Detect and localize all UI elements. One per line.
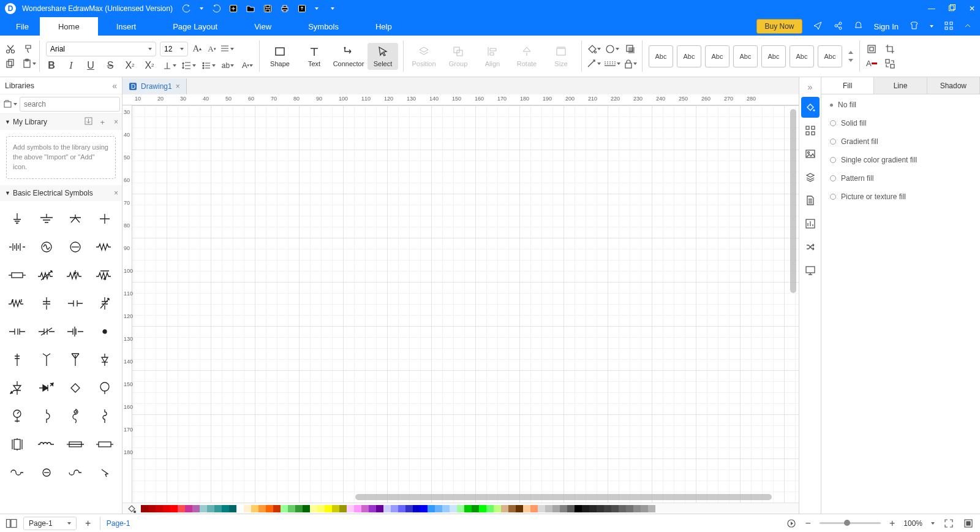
fill-opt-gradient[interactable]: Gradient fill <box>830 137 971 146</box>
symbol-partial4[interactable] <box>90 458 119 487</box>
symbol-dc-source[interactable] <box>61 233 91 261</box>
color-swatch[interactable] <box>303 505 310 512</box>
italic-icon[interactable]: I <box>66 60 77 71</box>
vtab-page[interactable] <box>801 190 820 211</box>
symbol-potentiometer[interactable] <box>90 261 119 289</box>
symbol-varresistor2[interactable] <box>61 261 91 289</box>
color-swatch[interactable] <box>501 505 508 512</box>
close-tab-icon[interactable]: × <box>176 82 180 91</box>
color-swatch[interactable] <box>545 505 552 512</box>
symbol-partial1[interactable] <box>2 458 32 487</box>
symbol-cap-var[interactable] <box>90 289 119 317</box>
color-swatch[interactable] <box>156 505 163 512</box>
library-search-input[interactable] <box>20 97 120 112</box>
symbol-antenna3[interactable] <box>61 346 91 374</box>
tab-view[interactable]: View <box>236 17 290 36</box>
symbol-cap-pol[interactable] <box>32 289 61 317</box>
symbol-capacitor[interactable] <box>61 289 91 317</box>
color-swatch[interactable] <box>464 505 472 512</box>
outline-icon[interactable] <box>606 44 617 55</box>
save-icon[interactable] <box>263 4 272 13</box>
color-swatch[interactable] <box>420 505 428 512</box>
color-swatch[interactable] <box>442 505 450 512</box>
color-swatch[interactable] <box>575 505 582 512</box>
color-swatch[interactable] <box>200 505 207 512</box>
color-swatch[interactable] <box>266 505 273 512</box>
color-swatch[interactable] <box>273 505 281 512</box>
font-size-select[interactable]: 12 <box>160 42 188 56</box>
symbol-coil[interactable] <box>90 402 119 430</box>
shadow-quick-icon[interactable] <box>625 44 636 55</box>
color-swatch[interactable] <box>398 505 405 512</box>
color-swatch[interactable] <box>508 505 516 512</box>
symbol-cap2[interactable] <box>2 317 32 346</box>
symbol-s-curve[interactable] <box>61 402 91 430</box>
cut-icon[interactable] <box>5 44 16 55</box>
color-swatch[interactable] <box>185 505 192 512</box>
fill-opt-no-fill[interactable]: No fill <box>830 101 971 109</box>
symbol-inductor-wave[interactable] <box>32 430 61 458</box>
color-swatch[interactable] <box>428 505 435 512</box>
zoom-more-icon[interactable] <box>931 522 935 525</box>
zoom-in-button[interactable]: + <box>889 518 895 529</box>
close-basic-elec-icon[interactable]: × <box>114 189 118 197</box>
color-swatch[interactable] <box>207 505 214 512</box>
color-swatch[interactable] <box>560 505 567 512</box>
my-library-header[interactable]: ▼My Library + × <box>0 114 122 130</box>
color-swatch[interactable] <box>435 505 442 512</box>
shape-style-2[interactable]: Abc <box>677 45 701 67</box>
tab-page-layout[interactable]: Page Layout <box>154 17 236 36</box>
font-color-icon[interactable]: A <box>242 60 253 71</box>
tab-insert[interactable]: Insert <box>98 17 155 36</box>
shape-style-3[interactable]: Abc <box>705 45 729 67</box>
symbol-varresistor1[interactable] <box>32 261 61 289</box>
lock-icon[interactable] <box>625 58 636 69</box>
color-swatch[interactable] <box>310 505 317 512</box>
copy-icon[interactable] <box>5 58 16 69</box>
color-swatch[interactable] <box>457 505 464 512</box>
color-swatch[interactable] <box>229 505 236 512</box>
canvas[interactable]: 3040506070809010011012013014015016017018… <box>123 105 799 503</box>
color-swatch[interactable] <box>178 505 185 512</box>
fill-opt-single-gradient[interactable]: Single color gradient fill <box>830 156 971 164</box>
color-swatch[interactable] <box>369 505 376 512</box>
color-swatch[interactable] <box>347 505 354 512</box>
color-swatch[interactable] <box>170 505 178 512</box>
shrink-font-icon[interactable]: A▾ <box>206 44 217 55</box>
color-swatch[interactable] <box>361 505 369 512</box>
collapse-library-icon[interactable]: « <box>112 81 117 91</box>
color-swatch[interactable] <box>376 505 383 512</box>
color-swatch[interactable] <box>538 505 545 512</box>
basic-electrical-header[interactable]: ▼Basic Electrical Symbols × <box>0 185 122 201</box>
line-spacing-icon[interactable] <box>183 60 194 71</box>
symbol-bulb[interactable] <box>90 374 119 402</box>
symbol-cap-mid[interactable] <box>61 317 91 346</box>
add-page-button[interactable]: + <box>83 518 94 529</box>
maximize-button[interactable] <box>949 4 956 13</box>
select-button[interactable]: Select <box>368 43 398 70</box>
sign-in-button[interactable]: Sign In <box>874 22 899 31</box>
color-swatch[interactable] <box>552 505 560 512</box>
color-swatch[interactable] <box>325 505 332 512</box>
color-swatch[interactable] <box>222 505 229 512</box>
color-swatch[interactable] <box>281 505 288 512</box>
symbol-earth-ground[interactable] <box>61 205 91 233</box>
zoom-out-button[interactable]: − <box>805 518 811 529</box>
zoom-slider[interactable] <box>820 522 881 524</box>
font-family-select[interactable]: Arial <box>46 42 156 56</box>
strike-icon[interactable]: S <box>105 60 116 71</box>
vtab-present[interactable] <box>801 260 820 281</box>
color-swatch[interactable] <box>567 505 575 512</box>
color-swatch[interactable] <box>648 505 655 512</box>
symbol-thermistor[interactable] <box>2 289 32 317</box>
vtab-grid[interactable] <box>801 120 820 141</box>
send-icon[interactable] <box>813 21 823 32</box>
color-swatch[interactable] <box>611 505 619 512</box>
color-swatch[interactable] <box>641 505 648 512</box>
align-button[interactable]: Align <box>477 43 508 70</box>
color-swatch[interactable] <box>214 505 222 512</box>
position-button[interactable]: Position <box>409 43 439 70</box>
color-swatch[interactable] <box>530 505 538 512</box>
symbol-chassis-ground[interactable] <box>32 205 61 233</box>
symbol-crystal[interactable] <box>2 430 32 458</box>
